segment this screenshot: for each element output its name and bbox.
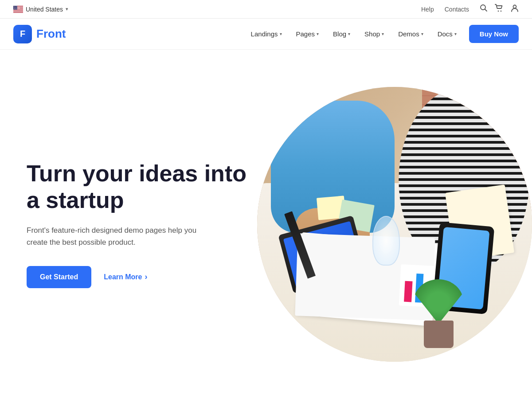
svg-point-15 — [501, 11, 502, 12]
glass-item — [372, 216, 400, 266]
hero-subtitle: Front's feature-rich designed demo pages… — [27, 224, 213, 248]
user-icon[interactable] — [511, 4, 519, 14]
top-bar-icons — [480, 4, 519, 14]
learn-more-link[interactable]: Learn More › — [104, 272, 147, 282]
nav-links: Landings ▾ Pages ▾ Blog ▾ Shop ▾ Demos ▾… — [246, 25, 519, 43]
country-label: United States — [26, 6, 63, 13]
landings-chevron-icon: ▾ — [280, 31, 282, 36]
demos-chevron-icon: ▾ — [421, 31, 423, 36]
hero-section: Turn your ideas into a startup Front's f… — [0, 50, 532, 399]
nav-item-blog[interactable]: Blog ▾ — [328, 27, 356, 41]
hero-buttons: Get Started Learn More › — [27, 266, 248, 288]
logo-icon: F — [13, 25, 32, 43]
get-started-button[interactable]: Get Started — [27, 266, 91, 288]
nav-item-pages[interactable]: Pages ▾ — [291, 27, 325, 41]
nav-item-docs[interactable]: Docs ▾ — [432, 27, 462, 41]
hero-title: Turn your ideas into a startup — [27, 160, 248, 214]
top-bar: ★ ★ ★ ★ ★ ★ ★ ★ ★ ★ ★ ★ ★ ★ ★ ★ ★ ★ ★ ★ … — [0, 0, 532, 19]
shop-chevron-icon: ▾ — [382, 31, 384, 36]
plant — [414, 279, 463, 348]
plant-pot — [424, 321, 454, 348]
main-nav: F Front Landings ▾ Pages ▾ Blog ▾ Shop ▾… — [0, 19, 532, 50]
blog-chevron-icon: ▾ — [348, 31, 350, 36]
contacts-link[interactable]: Contacts — [445, 6, 469, 13]
hero-content: Turn your ideas into a startup Front's f… — [27, 160, 266, 288]
country-chevron: ▾ — [66, 6, 68, 12]
top-bar-right: Help Contacts — [421, 4, 519, 14]
chart-bar-1 — [404, 281, 413, 302]
svg-line-13 — [485, 9, 487, 12]
nav-item-landings[interactable]: Landings ▾ — [246, 27, 287, 41]
plant-leaves — [414, 279, 463, 324]
svg-point-16 — [513, 5, 516, 8]
nav-item-shop[interactable]: Shop ▾ — [359, 27, 389, 41]
svg-point-14 — [498, 11, 499, 12]
logo[interactable]: F Front — [13, 25, 66, 43]
country-selector[interactable]: ★ ★ ★ ★ ★ ★ ★ ★ ★ ★ ★ ★ ★ ★ ★ ★ ★ ★ ★ ★ … — [13, 6, 68, 13]
buy-now-button[interactable]: Buy Now — [469, 25, 519, 43]
search-icon[interactable] — [480, 4, 488, 14]
pages-chevron-icon: ▾ — [317, 31, 319, 36]
svg-rect-4 — [13, 9, 23, 10]
office-scene — [257, 87, 532, 362]
us-flag-icon: ★ ★ ★ ★ ★ ★ ★ ★ ★ ★ ★ ★ ★ ★ ★ ★ ★ ★ ★ ★ … — [13, 6, 23, 13]
svg-rect-5 — [13, 11, 23, 11]
svg-rect-6 — [13, 12, 23, 12]
learn-more-arrow-icon: › — [145, 272, 148, 282]
docs-chevron-icon: ▾ — [454, 31, 457, 36]
hero-image-area — [266, 50, 505, 399]
logo-text: Front — [36, 27, 66, 41]
cart-icon[interactable] — [495, 4, 504, 14]
hero-image-circle — [257, 87, 532, 362]
help-link[interactable]: Help — [421, 6, 434, 13]
nav-item-demos[interactable]: Demos ▾ — [393, 27, 429, 41]
